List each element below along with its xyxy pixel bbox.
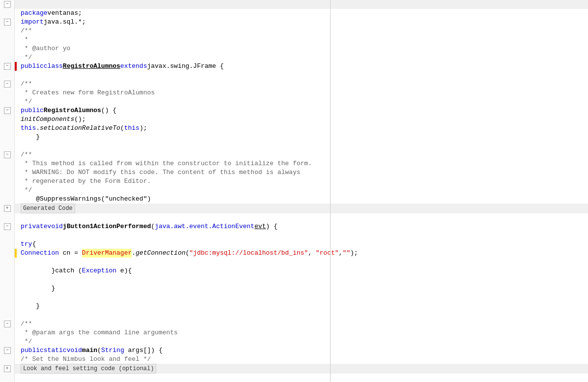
gutter-cell: [0, 159, 15, 168]
line-content: /* Set the Nimbus look and feel */: [17, 355, 588, 364]
line-content: * @author yo: [17, 44, 588, 53]
gutter-cell[interactable]: −: [0, 0, 15, 9]
split-divider: [330, 0, 331, 382]
collapsed-block-label[interactable]: Look and feel setting code (optional): [21, 364, 156, 374]
editor-container[interactable]: −package ventanas;−import java.sql.*;/**…: [0, 0, 588, 382]
gutter-cell: [0, 302, 15, 311]
code-line: @SuppressWarnings("unchecked"): [0, 195, 588, 204]
expand-button[interactable]: +: [4, 365, 11, 372]
collapse-button[interactable]: −: [4, 151, 11, 158]
gutter-cell[interactable]: +: [0, 364, 15, 374]
line-content: [17, 213, 588, 222]
code-line: }catch (Exception e){: [0, 266, 588, 275]
collapse-button[interactable]: −: [4, 19, 11, 26]
gutter-cell[interactable]: −: [0, 80, 15, 88]
gutter-cell: [0, 124, 15, 133]
collapse-button[interactable]: −: [4, 107, 11, 114]
line-content: */: [17, 97, 588, 106]
gutter-cell[interactable]: −: [0, 320, 15, 328]
gutter-cell[interactable]: −: [0, 62, 15, 71]
gutter-cell: [0, 337, 15, 346]
line-content: public static void main(String args[]) {: [17, 346, 588, 355]
code-line: * Creates new form RegistroAlumnos: [0, 88, 588, 97]
gutter-cell: [0, 284, 15, 293]
line-content: /**: [17, 150, 588, 159]
line-content: private void jButton1ActionPerformed(jav…: [17, 222, 588, 231]
gutter-cell[interactable]: −: [0, 222, 15, 231]
line-content: [17, 71, 588, 80]
collapse-button[interactable]: −: [4, 1, 11, 8]
gutter-cell[interactable]: −: [0, 18, 15, 27]
collapse-button[interactable]: −: [4, 223, 11, 230]
code-line: [0, 258, 588, 266]
line-content: }: [17, 133, 588, 142]
line-content: this.setLocationRelativeTo(this);: [17, 124, 588, 133]
gutter-cell[interactable]: −: [0, 346, 15, 355]
code-line: −import java.sql.*;: [0, 18, 588, 27]
gutter-cell[interactable]: −: [0, 150, 15, 159]
gutter-cell: [0, 177, 15, 186]
code-line: * WARNING: Do NOT modify this code. The …: [0, 168, 588, 177]
line-content: /**: [17, 27, 588, 35]
line-content: */: [17, 186, 588, 195]
code-line: initComponents();: [0, 115, 588, 124]
gutter-cell: [0, 293, 15, 302]
gutter-cell: [0, 231, 15, 240]
collapsed-block-label[interactable]: Generated Code: [21, 204, 75, 213]
code-line: * @param args the command line arguments: [0, 328, 588, 337]
gutter-cell: [0, 374, 15, 382]
gutter-cell: [0, 186, 15, 195]
gutter-cell: [0, 213, 15, 222]
code-area: −package ventanas;−import java.sql.*;/**…: [0, 0, 588, 382]
code-line: */: [0, 53, 588, 62]
code-line: */: [0, 97, 588, 106]
code-line: − /**: [0, 320, 588, 328]
code-line: */: [0, 337, 588, 346]
code-line: * regenerated by the Form Editor.: [0, 177, 588, 186]
code-line: − /**: [0, 80, 588, 88]
line-content: }catch (Exception e){: [17, 266, 588, 275]
gutter-cell: [0, 88, 15, 97]
gutter-cell: [0, 195, 15, 204]
collapse-button[interactable]: −: [4, 321, 11, 327]
line-content: /**: [17, 320, 588, 328]
line-content: }: [17, 302, 588, 311]
gutter-cell[interactable]: −: [0, 106, 15, 115]
gutter-cell: [0, 355, 15, 364]
line-content: Connection cn = DriverManager.getConnect…: [17, 249, 588, 258]
code-line: [0, 293, 588, 302]
line-content: [17, 142, 588, 150]
code-line: − public RegistroAlumnos() {: [0, 106, 588, 115]
line-content: @SuppressWarnings("unchecked"): [17, 195, 588, 204]
gutter-cell: [0, 311, 15, 320]
line-content: Generated Code: [17, 204, 588, 213]
gutter-cell: [0, 240, 15, 249]
collapse-button[interactable]: −: [4, 63, 11, 70]
code-line: }: [0, 284, 588, 293]
line-content: [17, 374, 588, 382]
code-line: [0, 231, 588, 240]
code-line: * This method is called from within the …: [0, 159, 588, 168]
line-content: Look and feel setting code (optional): [17, 364, 588, 374]
gutter-cell: [0, 27, 15, 35]
line-content: */: [17, 53, 588, 62]
code-line: * @author yo: [0, 44, 588, 53]
gutter-cell: [0, 115, 15, 124]
line-content: *: [17, 35, 588, 44]
expand-button[interactable]: +: [4, 205, 11, 212]
code-line: */: [0, 186, 588, 195]
collapse-button[interactable]: −: [4, 347, 11, 354]
gutter-cell: [0, 266, 15, 275]
gutter-cell: [0, 44, 15, 53]
collapse-button[interactable]: −: [4, 81, 11, 88]
gutter-cell[interactable]: +: [0, 204, 15, 213]
gutter-cell: [0, 133, 15, 142]
line-content: [17, 275, 588, 284]
gutter-cell: [0, 53, 15, 62]
code-line: −public class RegistroAlumnos extends ja…: [0, 62, 588, 71]
code-line: + Generated Code: [0, 204, 588, 213]
line-content: * Creates new form RegistroAlumnos: [17, 88, 588, 97]
code-line: try{: [0, 240, 588, 249]
gutter-cell: [0, 168, 15, 177]
code-line: [0, 71, 588, 80]
